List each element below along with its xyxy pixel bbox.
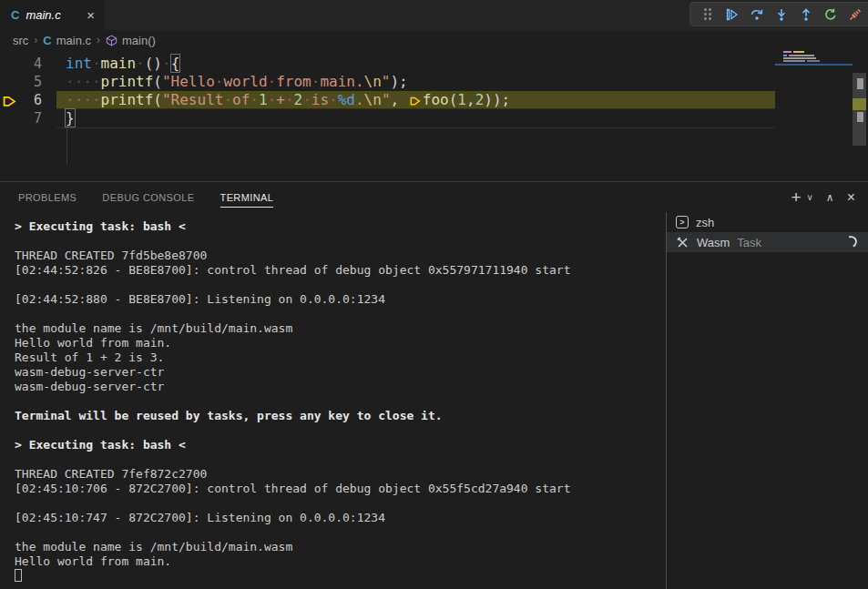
terminal-line: THREAD CREATED 7fd5be8e8700 bbox=[15, 249, 666, 263]
breadcrumb-item-main[interactable]: main() bbox=[106, 34, 156, 47]
terminal-line bbox=[15, 423, 666, 438]
breadcrumb-label: main.c bbox=[56, 34, 91, 47]
code-text: ····printf("Result·of·1·+·2·is·%d.\n",·f… bbox=[56, 91, 775, 109]
breadcrumb-label: src bbox=[13, 34, 28, 47]
minimap[interactable] bbox=[775, 50, 851, 181]
breadcrumb: src›Cmain.c›main() bbox=[0, 30, 868, 50]
c-file-icon: C bbox=[11, 8, 19, 22]
indent-guide bbox=[66, 127, 67, 164]
line-number[interactable]: 4 bbox=[24, 56, 42, 72]
terminal-line bbox=[15, 569, 666, 584]
code-text: } bbox=[56, 109, 775, 127]
breakpoint-gutter[interactable] bbox=[0, 73, 24, 91]
drag-grip[interactable] bbox=[697, 4, 719, 25]
restart-button[interactable] bbox=[820, 4, 842, 25]
terminal-line: > Executing task: bash < bbox=[15, 438, 666, 452]
bottom-panel: PROBLEMSDEBUG CONSOLETERMINAL +∨∧× > Exe… bbox=[0, 181, 868, 589]
breakpoint-gutter[interactable] bbox=[0, 109, 24, 127]
code-line[interactable]: 7} bbox=[0, 109, 775, 127]
breadcrumb-label: main() bbox=[122, 34, 156, 47]
symbol-cube-icon bbox=[106, 35, 117, 46]
step-into-button[interactable] bbox=[771, 4, 792, 25]
step-out-button[interactable] bbox=[795, 4, 817, 25]
c-file-icon: C bbox=[43, 34, 51, 47]
panel-tab-debug-console[interactable]: DEBUG CONSOLE bbox=[102, 187, 194, 208]
terminal-line: Result of 1 + 2 is 3. bbox=[15, 350, 666, 365]
terminal-icon: > bbox=[676, 216, 689, 228]
terminal-line bbox=[15, 452, 666, 467]
breadcrumb-item-mainc[interactable]: Cmain.c bbox=[43, 34, 91, 47]
code-text: ····printf("Hello·world·from·main.\n"); bbox=[56, 73, 775, 91]
close-panel-button[interactable]: × bbox=[847, 189, 855, 206]
terminal-line: Hello world from main. bbox=[15, 554, 666, 569]
breadcrumb-separator: › bbox=[34, 34, 37, 46]
terminal-list-sidebar: >zshWasmTask bbox=[666, 212, 868, 589]
line-number[interactable]: 6 bbox=[24, 92, 42, 108]
tab-main-c[interactable]: C main.c × bbox=[0, 0, 106, 30]
terminal-cursor bbox=[15, 569, 22, 582]
vscode-window: C main.c × src›Cmain.c›main() 4int·main·… bbox=[0, 0, 868, 589]
tab-label: main.c bbox=[26, 8, 84, 22]
panel-tab-problems[interactable]: PROBLEMS bbox=[18, 187, 77, 208]
terminal-list-item-wasm[interactable]: WasmTask bbox=[667, 232, 868, 252]
terminal-line: Hello world from main. bbox=[15, 336, 666, 350]
breakpoint-gutter[interactable] bbox=[0, 91, 24, 109]
terminal-line: wasm-debug-server-ctr bbox=[15, 380, 666, 394]
terminal-line bbox=[15, 234, 666, 249]
terminal-item-type: Task bbox=[737, 236, 761, 249]
terminal-line bbox=[15, 278, 666, 292]
task-spinner-icon bbox=[843, 234, 859, 249]
terminal-line bbox=[15, 394, 666, 409]
terminal-line: [02:44:52:880 - BE8E8700]: Listening on … bbox=[15, 292, 666, 307]
terminal-output[interactable]: > Executing task: bash <THREAD CREATED 7… bbox=[0, 212, 666, 589]
terminal-item-label: Wasm bbox=[697, 236, 730, 249]
terminal-line: [02:44:52:826 - BE8E8700]: control threa… bbox=[15, 263, 666, 278]
code-text: int·main·()·{ bbox=[56, 55, 775, 73]
disconnect-button[interactable] bbox=[844, 4, 866, 25]
breakpoint-gutter[interactable] bbox=[0, 55, 24, 73]
code-line[interactable]: 6····printf("Result·of·1·+·2·is·%d.\n",·… bbox=[0, 91, 775, 109]
editor-scrollbar[interactable] bbox=[851, 50, 868, 181]
terminal-line bbox=[15, 307, 666, 321]
new-terminal-button[interactable]: + bbox=[791, 188, 801, 208]
breadcrumb-separator: › bbox=[97, 34, 100, 46]
debug-toolbar bbox=[689, 2, 868, 26]
terminal-line: wasm-debug-server-ctr bbox=[15, 365, 666, 380]
panel-header: PROBLEMSDEBUG CONSOLETERMINAL +∨∧× bbox=[0, 182, 868, 212]
maximize-panel-button[interactable]: ∧ bbox=[826, 191, 834, 204]
terminal-line: [02:45:10:747 - 872C2700]: Listening on … bbox=[15, 511, 666, 525]
overview-mark bbox=[857, 112, 863, 122]
tools-icon bbox=[676, 236, 689, 249]
terminal-item-label: zsh bbox=[696, 216, 714, 229]
terminal-line: Terminal will be reused by tasks, press … bbox=[15, 409, 666, 423]
breadcrumb-item-src[interactable]: src bbox=[13, 34, 28, 47]
terminal-list-item-zsh[interactable]: >zsh bbox=[667, 212, 868, 232]
terminal-line: > Executing task: bash < bbox=[15, 219, 666, 234]
terminal-line: THREAD CREATED 7fef872c2700 bbox=[15, 467, 666, 482]
code-editor[interactable]: 4int·main·()·{5····printf("Hello·world·f… bbox=[0, 50, 868, 181]
line-number[interactable]: 7 bbox=[24, 110, 42, 127]
terminal-line bbox=[15, 525, 666, 540]
inline-stackframe-arrow-icon bbox=[408, 91, 423, 108]
terminal-line: the module name is /mnt/build/main.wasm bbox=[15, 540, 666, 554]
terminal-line: the module name is /mnt/build/main.wasm bbox=[15, 321, 666, 336]
terminal-picker-dropdown[interactable]: ∨ bbox=[807, 192, 813, 202]
code-line[interactable]: 5····printf("Hello·world·from·main.\n"); bbox=[0, 73, 775, 91]
overview-mark bbox=[857, 78, 863, 89]
line-number[interactable]: 5 bbox=[24, 74, 42, 90]
panel-tab-terminal[interactable]: TERMINAL bbox=[220, 187, 274, 208]
step-over-button[interactable] bbox=[746, 4, 768, 25]
continue-button[interactable] bbox=[721, 4, 743, 25]
overview-current-line-mark bbox=[853, 98, 866, 110]
editor-tab-bar: C main.c × bbox=[0, 0, 868, 30]
terminal-line: [02:45:10:706 - 872C2700]: control threa… bbox=[15, 482, 666, 496]
close-tab-icon[interactable]: × bbox=[84, 7, 97, 23]
code-line[interactable]: 4int·main·()·{ bbox=[0, 55, 775, 73]
terminal-line bbox=[15, 496, 666, 511]
